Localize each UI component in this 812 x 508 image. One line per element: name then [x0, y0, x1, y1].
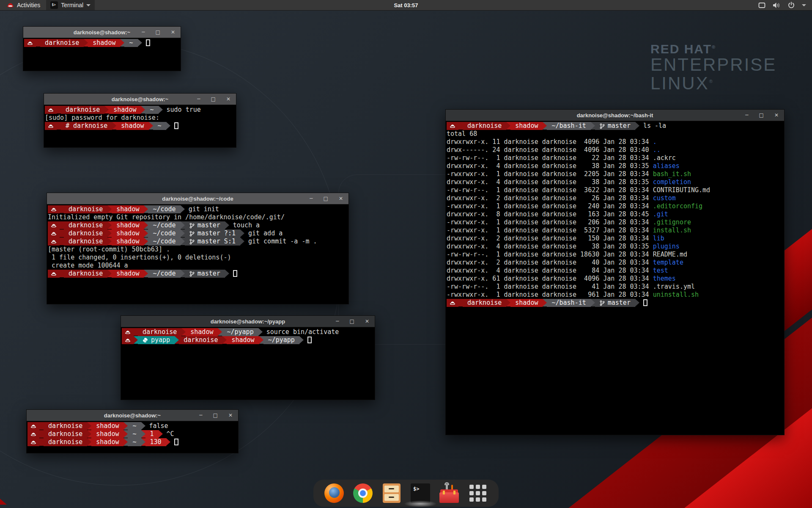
powerline-separator [181, 328, 186, 336]
powerline-segment [48, 270, 60, 278]
volume-icon[interactable] [773, 2, 781, 8]
powerline-segment: shadow [91, 422, 123, 430]
ls-output-row: -rwxrwxr-x. 1 darknoise darknoise 2205 J… [447, 170, 784, 178]
powerline-separator [84, 39, 88, 47]
ls-output-row: drwxrwxr-x. 2 darknoise darknoise 150 Ja… [447, 235, 784, 243]
prompt-line: pyappdarknoiseshadow~/pyapp [122, 336, 375, 344]
directory-name: aliases [653, 162, 680, 170]
powerline-segment: shadow [88, 39, 120, 47]
redhat-icon [30, 424, 36, 429]
close-button[interactable]: ✕ [365, 319, 369, 324]
powerline-segment: darknoise [44, 438, 87, 446]
command-text: sudo true [167, 106, 201, 114]
maximize-button[interactable]: □ [213, 413, 218, 418]
terminal-window-home-1: darknoise@shadow:~ ─ □ ✕ darknoiseshadow… [23, 26, 181, 71]
terminal-window-code: darknoise@shadow:~/code ─ □ ✕ darknoises… [47, 193, 349, 304]
top-bar: Activities $> Terminal Sat 03:57 [0, 0, 812, 11]
powerline-segment: ~/bash-it [547, 122, 590, 130]
clock[interactable]: Sat 03:57 [0, 2, 812, 8]
titlebar[interactable]: darknoise@shadow:~ ─ □ ✕ [23, 27, 181, 38]
power-icon[interactable] [788, 2, 795, 8]
dock-firefox[interactable] [324, 483, 344, 503]
powerline-segment: darknoise [64, 270, 107, 278]
powerline-separator [87, 430, 91, 438]
minimize-button[interactable]: ─ [336, 319, 339, 324]
dock-toolbox[interactable] [439, 483, 459, 503]
prompt-line: darknoiseshadow~/codemaster ?:1git add a [48, 229, 348, 237]
file-name: CONTRIBUTING.md [653, 186, 710, 194]
minimize-button[interactable]: ─ [199, 413, 202, 418]
maximize-button[interactable]: □ [759, 113, 764, 118]
powerline-segment: ~ [145, 106, 158, 114]
prompt-line: darknoiseshadow~/bash-itmasterls -la [447, 122, 784, 130]
powerline-separator [543, 122, 547, 130]
titlebar[interactable]: darknoise@shadow:~ ─ □ ✕ [44, 94, 236, 105]
titlebar[interactable]: darknoise@shadow:~ ─ □ ✕ [27, 410, 238, 421]
dock-chrome[interactable] [353, 483, 373, 503]
powerline-separator [299, 336, 304, 344]
powerline-separator [225, 270, 229, 277]
powerline-separator [141, 106, 145, 113]
ls-output-row: drwxrwxr-x. 8 darknoise darknoise 163 Ja… [447, 210, 784, 218]
ls-output-row: -rwxrwxr-x. 1 darknoise darknoise 206 Ja… [447, 218, 784, 226]
powerline-separator [134, 328, 138, 336]
ls-output-row: drwxrwxr-x. 2 darknoise darknoise 40 Jan… [447, 259, 784, 267]
minimize-button[interactable]: ─ [310, 196, 313, 201]
powerline-segment: darknoise [64, 237, 107, 246]
powerline-segment: ~/code [148, 270, 180, 278]
dock-files[interactable] [382, 483, 401, 503]
titlebar[interactable]: darknoise@shadow:~/code ─ □ ✕ [47, 193, 348, 204]
titlebar[interactable]: darknoise@shadow:~/bash-it ─ □ ✕ [446, 110, 784, 121]
close-button[interactable]: ✕ [339, 196, 343, 201]
activities-button[interactable]: Activities [4, 0, 43, 10]
terminal-content[interactable]: darknoiseshadow~ [23, 38, 181, 71]
close-button[interactable]: ✕ [226, 97, 230, 102]
close-button[interactable]: ✕ [171, 30, 175, 35]
powerline-segment: shadow [112, 270, 144, 278]
powerline-segment: master [595, 299, 635, 307]
powerline-segment: ~ [124, 39, 137, 47]
powerline-segment: shadow [109, 106, 141, 114]
powerline-segment [24, 39, 36, 47]
maximize-button[interactable]: □ [324, 196, 328, 201]
dock-terminal[interactable]: $> [411, 483, 430, 503]
redhat-icon [30, 432, 36, 437]
redhat-icon [48, 124, 54, 129]
close-button[interactable]: ✕ [774, 113, 779, 118]
directory-name: custom [653, 194, 676, 202]
maximize-button[interactable]: □ [211, 97, 216, 102]
powerline-separator [144, 221, 148, 229]
terminal-content[interactable]: darknoiseshadow~/bash-itmasterls -latota… [446, 121, 784, 435]
display-icon[interactable] [758, 2, 765, 8]
maximize-button[interactable]: □ [156, 30, 160, 35]
rhel-branding: RED HAT® ENTERPRISE LINUX® [650, 42, 776, 93]
powerline-separator [458, 299, 463, 306]
directory-name: template [653, 259, 683, 266]
maximize-button[interactable]: □ [350, 319, 354, 324]
minimize-button[interactable]: ─ [142, 30, 145, 35]
terminal-content[interactable]: darknoiseshadow~/pyappsource bin/activat… [121, 327, 375, 400]
powerline-separator [591, 299, 595, 306]
minimize-button[interactable]: ─ [745, 113, 748, 118]
command-text: git add a [248, 229, 283, 237]
terminal-content[interactable]: darknoiseshadow~falsedarknoiseshadow~1^C… [27, 421, 238, 453]
file-name: .ackrc [653, 154, 676, 162]
powerline-separator [225, 221, 229, 229]
powerline-separator [138, 39, 142, 47]
terminal-content[interactable]: darknoiseshadow~/codegit initInitialized… [47, 204, 348, 304]
menu-chevron-icon[interactable] [802, 4, 806, 6]
powerline-separator [259, 336, 263, 344]
powerline-segment: master [185, 270, 225, 278]
minimize-button[interactable]: ─ [197, 97, 200, 102]
directory-name: .. [653, 146, 661, 154]
close-button[interactable]: ✕ [228, 413, 233, 418]
ls-output-row: drwxrwxr-x. 2 darknoise darknoise 26 Jan… [447, 194, 784, 202]
directory-name: lib [653, 235, 664, 242]
powerline-segment [27, 438, 39, 446]
app-menu-terminal[interactable]: $> Terminal [46, 0, 95, 10]
dock-show-applications[interactable] [468, 483, 488, 503]
file-name: .gitignore [653, 218, 691, 226]
titlebar[interactable]: darknoise@shadow:~/pyapp ─ □ ✕ [121, 316, 375, 327]
terminal-content[interactable]: darknoiseshadow~sudo true[sudo] password… [44, 105, 236, 147]
powerline-separator [543, 299, 547, 306]
